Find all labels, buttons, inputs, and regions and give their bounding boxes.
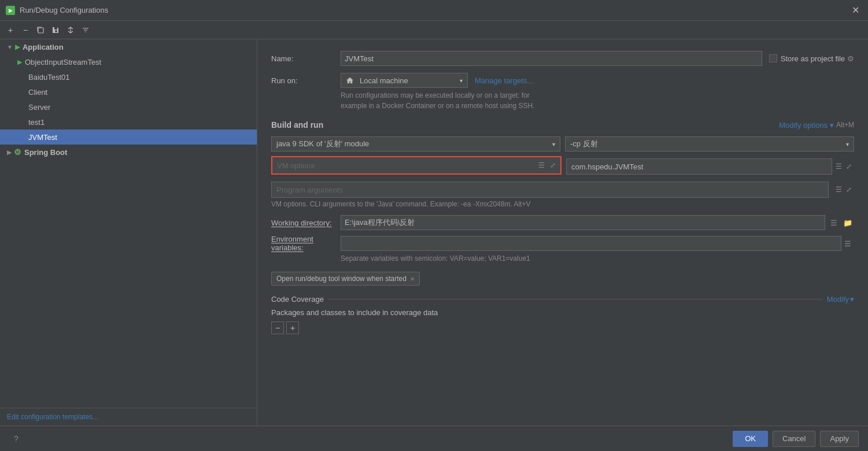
- cp-dropdown[interactable]: -cp 反射 ▾: [565, 136, 854, 151]
- sdk-dropdown[interactable]: java 9 SDK of '反射' module ▾: [271, 136, 560, 151]
- dir-icons: ☰ 📁: [828, 216, 854, 229]
- ok-button[interactable]: OK: [733, 431, 768, 447]
- item-label: ObjectInputStreamTest: [25, 58, 101, 66]
- help-button[interactable]: ?: [9, 432, 23, 446]
- run-on-dropdown[interactable]: Local machine ▾: [341, 73, 468, 88]
- tree-item-test1[interactable]: test1: [0, 114, 257, 130]
- sort-config-button[interactable]: [79, 23, 93, 37]
- sdk-label: java 9 SDK of '反射' module: [276, 139, 369, 149]
- tree-item-jvmtest[interactable]: JVMTest: [0, 130, 257, 145]
- coverage-modify-link[interactable]: Modify ▾: [827, 295, 854, 304]
- store-project-row: Store as project file ⚙: [769, 54, 854, 63]
- dropdown-arrow-icon: ▾: [460, 77, 463, 84]
- move-config-button[interactable]: [64, 23, 77, 37]
- vm-options-input[interactable]: [272, 157, 534, 173]
- coverage-divider: [328, 299, 822, 300]
- main-content: ▼ ▶ Application ▶ ObjectInputStreamTest …: [0, 39, 868, 426]
- prog-args-expand-button[interactable]: ⤢: [844, 184, 854, 195]
- main-class-input[interactable]: [566, 158, 832, 175]
- title-bar: ▶ Run/Debug Configurations ✕: [0, 0, 868, 21]
- tags-row: Open run/debug tool window when started …: [271, 272, 854, 286]
- expand-arrow: ▼: [7, 44, 13, 50]
- vm-expand-button[interactable]: ⤢: [548, 160, 558, 171]
- working-dir-label: Working directory:: [271, 219, 341, 227]
- dropdown-chevron-icon: ▾: [830, 121, 834, 130]
- run-on-label: Run on:: [271, 76, 341, 85]
- env-vars-row: Environment variables: ☰: [271, 235, 854, 252]
- application-group-label: Application: [23, 43, 64, 51]
- store-settings-icon[interactable]: ⚙: [847, 54, 854, 63]
- edit-templates-link[interactable]: Edit configuration templates...: [0, 408, 257, 426]
- vm-browse-button[interactable]: ☰: [536, 160, 546, 171]
- program-args-row: ☰ ⤢: [271, 182, 854, 198]
- vm-main-row: ☰ ⤢ ☰ ⤢: [271, 156, 854, 177]
- item-label: Client: [28, 88, 47, 97]
- run-on-row: Run on: Local machine ▾ Manage targets..…: [271, 73, 854, 88]
- spring-boot-label: Spring Boot: [24, 148, 67, 157]
- working-dir-input[interactable]: [341, 215, 825, 230]
- main-class-expand-button[interactable]: ⤢: [844, 161, 854, 172]
- manage-targets-link[interactable]: Manage targets...: [475, 76, 533, 85]
- build-run-title: Build and run: [271, 120, 323, 130]
- vm-hint: VM options. CLI arguments to the 'Java' …: [271, 200, 854, 208]
- tree-item-client[interactable]: Client: [0, 84, 257, 99]
- vm-input-icons: ☰ ⤢: [534, 157, 560, 173]
- local-machine-label: Local machine: [360, 76, 408, 85]
- dialog-icon: ▶: [6, 6, 15, 15]
- svg-rect-0: [38, 28, 43, 33]
- cancel-button[interactable]: Cancel: [773, 431, 815, 447]
- spring-boot-group[interactable]: ▶ ⚙ Spring Boot: [0, 145, 257, 160]
- main-class-browse-button[interactable]: ☰: [833, 161, 844, 172]
- name-row: Name: Store as project file ⚙: [271, 51, 854, 66]
- program-args-input[interactable]: [271, 182, 829, 198]
- name-input[interactable]: [341, 51, 762, 66]
- working-dir-browse-file-button[interactable]: ☰: [828, 216, 840, 229]
- left-panel: ▼ ▶ Application ▶ ObjectInputStreamTest …: [0, 39, 257, 426]
- modify-link-label: Modify: [827, 295, 849, 304]
- toolbar: + −: [0, 21, 868, 39]
- modify-options-link[interactable]: Modify options ▾ Alt+M: [779, 121, 854, 130]
- copy-config-button[interactable]: [34, 23, 47, 37]
- working-dir-row: Working directory: ☰ 📁: [271, 215, 854, 230]
- remove-config-button[interactable]: −: [19, 23, 32, 37]
- env-vars-edit-button[interactable]: ☰: [841, 237, 854, 250]
- coverage-description: Packages and classes to include in cover…: [271, 308, 854, 317]
- store-project-checkbox[interactable]: [769, 54, 777, 62]
- sdk-dropdown-arrow-icon: ▾: [552, 141, 555, 147]
- close-button[interactable]: ✕: [848, 3, 862, 17]
- spring-boot-icon: ⚙: [14, 147, 21, 157]
- store-project-label: Store as project file: [781, 54, 845, 63]
- item-label: Server: [28, 103, 50, 112]
- main-class-row: ☰ ⤢: [566, 156, 854, 177]
- vm-options-box: ☰ ⤢: [271, 156, 562, 175]
- open-tool-window-tag[interactable]: Open run/debug tool window when started …: [271, 272, 420, 286]
- cp-dropdown-arrow-icon: ▾: [846, 141, 849, 147]
- shortcut-hint: Alt+M: [836, 121, 854, 129]
- code-coverage-header: Code Coverage Modify ▾: [271, 295, 854, 304]
- name-label: Name:: [271, 54, 341, 63]
- env-hint: Separate variables with semicolon: VAR=v…: [341, 254, 854, 263]
- run-on-description: Run configurations may be executed local…: [341, 90, 854, 111]
- prog-args-browse-button[interactable]: ☰: [833, 184, 844, 195]
- application-group[interactable]: ▼ ▶ Application: [0, 39, 257, 54]
- item-label: BaiduTest01: [28, 73, 70, 82]
- remove-coverage-button[interactable]: −: [271, 321, 284, 334]
- env-vars-label: Environment variables:: [271, 235, 341, 252]
- config-icon: ▶: [17, 58, 22, 66]
- application-group-icon: ▶: [15, 43, 20, 51]
- tree-item-baidutest01[interactable]: BaiduTest01: [0, 69, 257, 84]
- add-coverage-button[interactable]: +: [286, 321, 299, 334]
- tag-close-icon[interactable]: ✕: [410, 276, 415, 282]
- right-panel: Name: Store as project file ⚙ Run on: Lo…: [257, 39, 868, 426]
- apply-button[interactable]: Apply: [820, 431, 859, 447]
- env-vars-input[interactable]: [341, 236, 841, 251]
- add-remove-row: − +: [271, 321, 854, 334]
- expand-arrow-spring: ▶: [7, 149, 12, 156]
- build-run-header: Build and run Modify options ▾ Alt+M: [271, 120, 854, 130]
- save-config-button[interactable]: [49, 23, 62, 37]
- tree-item-objectinputstreamtest[interactable]: ▶ ObjectInputStreamTest: [0, 54, 257, 69]
- working-dir-browse-folder-button[interactable]: 📁: [841, 216, 854, 229]
- tree-item-server[interactable]: Server: [0, 99, 257, 114]
- item-label: JVMTest: [28, 133, 57, 142]
- add-config-button[interactable]: +: [3, 23, 17, 37]
